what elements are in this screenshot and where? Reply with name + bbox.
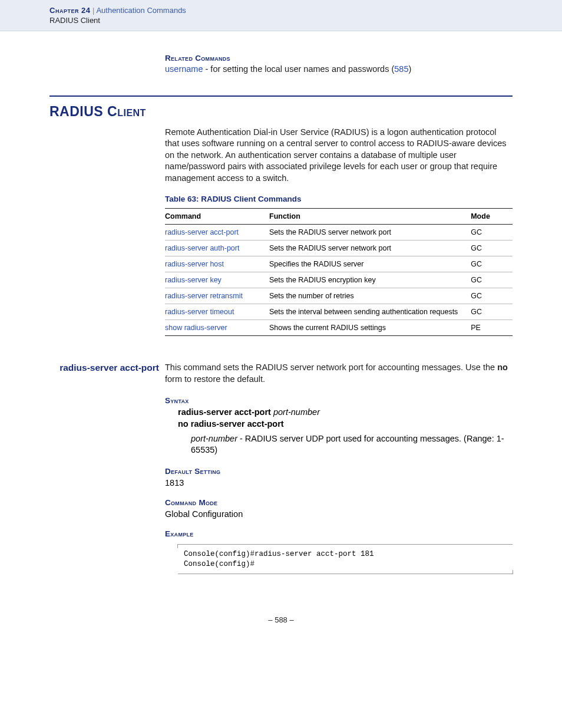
param-text: - RADIUS server UDP port used for accoun… — [191, 434, 504, 455]
syntax-arg-1: port-number — [273, 407, 320, 417]
th-mode: Mode — [471, 209, 513, 225]
command-mode-value: Global Configuration — [165, 509, 513, 519]
command-function: Sets the interval between sending authen… — [269, 304, 471, 320]
table-caption: Table 63: RADIUS Client Commands — [165, 195, 513, 203]
header-section: RADIUS Client — [49, 16, 562, 25]
command-link[interactable]: radius-server retransmit — [165, 288, 269, 304]
table-row: show radius-serverShows the current RADI… — [165, 320, 513, 336]
related-text-mid: - for setting the local user names and p… — [203, 64, 394, 74]
command-mode: GC — [471, 225, 513, 241]
related-commands-text: username - for setting the local user na… — [165, 64, 513, 75]
page-header: Chapter 24 | Authentication Commands RAD… — [0, 0, 562, 31]
default-setting-value: 1813 — [165, 478, 513, 487]
section-divider — [49, 95, 513, 97]
cmd-desc-bold: no — [497, 363, 508, 372]
table-row: radius-server retransmitSets the number … — [165, 288, 513, 304]
chapter-line: Chapter 24 | Authentication Commands — [49, 6, 562, 15]
command-function: Sets the RADIUS server network port — [269, 225, 471, 241]
related-text-end: ) — [408, 64, 411, 74]
param-description: port-number - RADIUS server UDP port use… — [191, 433, 513, 456]
cmd-desc-prefix: This command sets the RADIUS server netw… — [165, 363, 497, 372]
param-arg: port-number — [191, 434, 237, 443]
section-intro: Remote Authentication Dial-in User Servi… — [165, 127, 513, 185]
table-row: radius-server timeoutSets the interval b… — [165, 304, 513, 320]
section-title: RADIUS Client — [49, 104, 513, 120]
command-function: Sets the number of retries — [269, 288, 471, 304]
th-command: Command — [165, 209, 269, 225]
table-row: radius-server hostSpecifies the RADIUS s… — [165, 256, 513, 272]
command-mode: GC — [471, 288, 513, 304]
command-name-label: radius-server acct-port — [49, 362, 165, 374]
username-link[interactable]: username — [165, 64, 203, 74]
page-ref-link[interactable]: 585 — [394, 64, 408, 74]
cmd-desc-suffix: form to restore the default. — [165, 374, 265, 384]
command-function: Shows the current RADIUS settings — [269, 320, 471, 336]
command-link[interactable]: radius-server host — [165, 256, 269, 272]
page-number: – 588 – — [49, 615, 513, 624]
command-function: Specifies the RADIUS server — [269, 256, 471, 272]
command-link[interactable]: show radius-server — [165, 320, 269, 336]
syntax-line-1: radius-server acct-port port-number — [178, 407, 513, 417]
table-row: radius-server auth-portSets the RADIUS s… — [165, 241, 513, 256]
example-code: Console(config)#radius-server acct-port … — [178, 544, 513, 575]
command-function: Sets the RADIUS server network port — [269, 241, 471, 256]
command-mode: GC — [471, 304, 513, 320]
command-mode-heading: Command Mode — [165, 498, 513, 507]
syntax-cmd-1: radius-server acct-port — [178, 407, 271, 417]
command-mode: GC — [471, 241, 513, 256]
command-link[interactable]: radius-server timeout — [165, 304, 269, 320]
syntax-line-2: no radius-server acct-port — [178, 419, 513, 429]
command-link[interactable]: radius-server key — [165, 272, 269, 288]
command-description: This command sets the RADIUS server netw… — [165, 362, 513, 385]
chapter-title: Authentication Commands — [96, 6, 186, 15]
chapter-separator: | — [92, 6, 94, 15]
default-setting-heading: Default Setting — [165, 467, 513, 476]
command-link[interactable]: radius-server acct-port — [165, 225, 269, 241]
command-mode: PE — [471, 320, 513, 336]
syntax-cmd-2: no radius-server acct-port — [178, 419, 284, 429]
commands-table: Command Function Mode radius-server acct… — [165, 208, 513, 336]
command-function: Sets the RADIUS encryption key — [269, 272, 471, 288]
th-function: Function — [269, 209, 471, 225]
table-row: radius-server acct-portSets the RADIUS s… — [165, 225, 513, 241]
command-mode: GC — [471, 256, 513, 272]
command-link[interactable]: radius-server auth-port — [165, 241, 269, 256]
command-mode: GC — [471, 272, 513, 288]
related-commands-heading: Related Commands — [165, 54, 513, 62]
syntax-heading: Syntax — [165, 396, 513, 405]
table-row: radius-server keySets the RADIUS encrypt… — [165, 272, 513, 288]
example-heading: Example — [165, 529, 513, 538]
chapter-label: Chapter 24 — [49, 6, 90, 15]
